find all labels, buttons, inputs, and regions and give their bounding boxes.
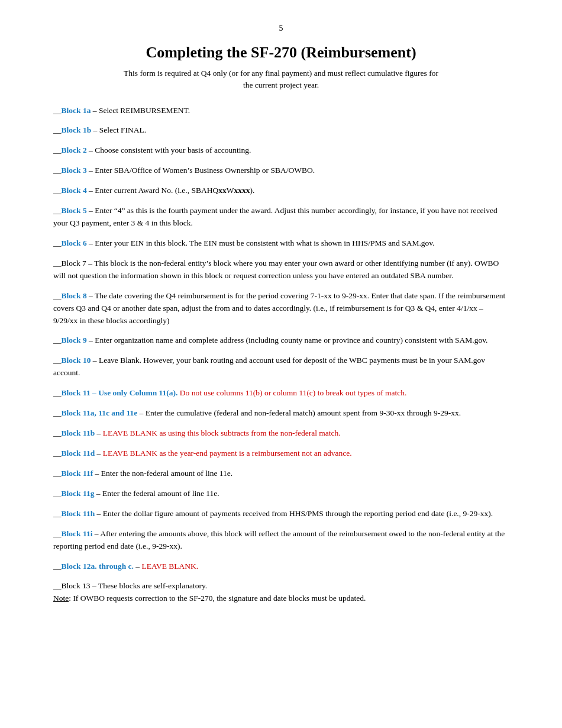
block-text-red: Do not use columns 11(b) or column 11(c)… — [180, 388, 407, 397]
block-item-block_11a: __Block 11a, 11c and 11e – Enter the cum… — [53, 407, 509, 420]
blocks-container: __Block 1a – Select REIMBURSEMENT.__Bloc… — [53, 105, 509, 605]
block-dash: – — [87, 291, 95, 300]
block-dash: – — [87, 336, 95, 344]
block-item-block_13: __Block 13 – These blocks are self-expla… — [53, 580, 509, 605]
block-text-red: LEAVE BLANK as the year-end payment is a… — [103, 449, 352, 458]
block-item-block_11: __Block 11 – Use only Column 11(a). Do n… — [53, 387, 509, 400]
block-item-block_11i: __Block 11i – After entering the amounts… — [53, 528, 509, 553]
block-text: Enter the non-federal amount of line 11e… — [101, 469, 233, 478]
block-dash: – — [86, 259, 94, 268]
block-prefix: __ — [53, 449, 62, 458]
block-item-block_9: __Block 9 – Enter organization name and … — [53, 334, 509, 347]
block-dash: – — [94, 489, 102, 498]
block-text: Enter your EIN in this block. The EIN mu… — [95, 239, 434, 247]
block-prefix: __ — [53, 166, 62, 175]
block-prefix: __ — [53, 106, 62, 115]
block-item-block_10: __Block 10 – Leave Blank. However, your … — [53, 355, 509, 379]
block-dash: – — [92, 529, 100, 538]
block-dash: – — [87, 166, 95, 175]
block-label: Block 11b — [62, 429, 95, 437]
note-text: : If OWBO requests correction to the SF-… — [69, 594, 366, 603]
block-prefix: __ — [53, 408, 62, 417]
block-prefix: __ — [53, 336, 62, 344]
block-dash: – — [87, 239, 95, 247]
block-prefix: __ — [53, 206, 62, 215]
block-dash: – — [134, 562, 142, 571]
block-text: These blocks are self-explanatory. — [98, 581, 207, 590]
block-item-block_1a: __Block 1a – Select REIMBURSEMENT. — [53, 105, 509, 117]
block-prefix: __ — [53, 388, 62, 397]
block-label: Block 11f — [62, 469, 93, 478]
block-text-red: LEAVE BLANK. — [141, 562, 198, 571]
block-label: Block 11g — [62, 489, 95, 498]
block-label: Block 8 — [62, 291, 87, 300]
block-text: Choose consistent with your basis of acc… — [95, 146, 251, 154]
block-text: Leave Blank. However, your bank routing … — [53, 356, 485, 377]
block-dash: – — [95, 509, 103, 518]
block-text: Select REIMBURSEMENT. — [99, 106, 190, 115]
block-dash: – — [91, 581, 98, 590]
block-dash: – — [87, 186, 95, 195]
block-item-block_7: __Block 7 – This block is the non-federa… — [53, 257, 509, 282]
block-label: Block 3 — [62, 166, 87, 175]
block-label: Block 4 — [62, 186, 87, 195]
block-item-block_5: __Block 5 – Enter “4” as this is the fou… — [53, 205, 509, 230]
subtitle-line1: This form is required at Q4 only (or for… — [124, 69, 438, 78]
block-item-block_11d: __Block 11d – LEAVE BLANK as the year-en… — [53, 447, 509, 460]
block-item-block_4: __Block 4 – Enter current Award No. (i.e… — [53, 185, 509, 197]
block-text: Enter current Award No. (i.e., SBAHQxxWx… — [95, 186, 254, 195]
block-item-block_6: __Block 6 – Enter your EIN in this block… — [53, 237, 509, 250]
block-text: Select FINAL. — [99, 125, 146, 134]
block-label: Block 11 – Use only Column 11(a). — [62, 388, 178, 397]
block-text: Enter organization name and complete add… — [95, 336, 487, 344]
block-dash: – — [93, 469, 101, 478]
block-prefix: __ — [53, 125, 62, 134]
block-item-block_2: __Block 2 – Choose consistent with your … — [53, 144, 509, 157]
block-text-red: LEAVE BLANK as using this block subtract… — [103, 429, 341, 437]
block-prefix: __ — [53, 291, 62, 300]
block-label: Block 11a, 11c and 11e — [62, 408, 138, 417]
block-prefix: __ — [53, 581, 62, 590]
block-text: Enter the federal amount of line 11e. — [102, 489, 219, 498]
block-item-block_12a: __Block 12a. through c. – LEAVE BLANK. — [53, 561, 509, 573]
block-prefix: __ — [53, 146, 62, 154]
block-dash: – — [95, 449, 103, 458]
block-prefix: __ — [53, 259, 62, 268]
block-prefix: __ — [53, 509, 62, 518]
block-prefix: __ — [53, 469, 62, 478]
page-number: 5 — [53, 24, 509, 33]
block-prefix: __ — [53, 356, 62, 365]
block-label: Block 10 — [62, 356, 91, 365]
block-text: Enter the dollar figure amount of paymen… — [103, 509, 493, 518]
subtitle-line2: the current project year. — [243, 80, 319, 89]
block-label: Block 13 — [62, 581, 91, 590]
block-prefix: __ — [53, 429, 62, 437]
block-dash: – — [91, 356, 99, 365]
block-item-block_1b: __Block 1b – Select FINAL. — [53, 124, 509, 137]
block-prefix: __ — [53, 239, 62, 247]
block-item-block_11g: __Block 11g – Enter the federal amount o… — [53, 488, 509, 500]
block-label: Block 11d — [62, 449, 95, 458]
block-dash: – — [91, 125, 99, 134]
block-prefix: __ — [53, 562, 62, 571]
block-dash: – — [137, 408, 146, 417]
block-label: Block 6 — [62, 239, 87, 247]
block-prefix: __ — [53, 186, 62, 195]
block-label: Block 7 — [62, 259, 86, 268]
block-text: Enter SBA/Office of Women’s Business Own… — [95, 166, 315, 175]
block-label: Block 1a — [62, 106, 91, 115]
block-item-block_3: __Block 3 – Enter SBA/Office of Women’s … — [53, 165, 509, 177]
block-dash: – — [91, 106, 99, 115]
block-label: Block 1b — [62, 125, 92, 134]
block-label: Block 2 — [62, 146, 87, 154]
block-item-block_11f: __Block 11f – Enter the non-federal amou… — [53, 468, 509, 480]
block-text: The date covering the Q4 reimbursement i… — [53, 291, 505, 325]
block-dash: – — [87, 206, 95, 215]
block-dash: – — [95, 429, 103, 437]
block-text: Enter the cumulative (federal and non-fe… — [146, 408, 461, 417]
block-text: Enter “4” as this is the fourth payment … — [53, 206, 498, 227]
block-item-block_8: __Block 8 – The date covering the Q4 rei… — [53, 290, 509, 327]
block-label: Block 5 — [62, 206, 87, 215]
block-item-block_11b: __Block 11b – LEAVE BLANK as using this … — [53, 427, 509, 440]
block-label: Block 9 — [62, 336, 87, 344]
